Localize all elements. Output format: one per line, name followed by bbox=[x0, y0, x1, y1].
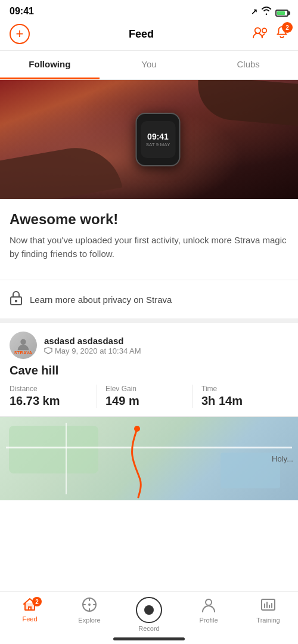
profile-icon bbox=[201, 597, 216, 615]
cta-section: Awesome work! Now that you've uploaded y… bbox=[0, 199, 298, 270]
add-button[interactable]: + bbox=[10, 24, 30, 44]
feed-badge: 2 bbox=[32, 597, 42, 606]
navigation-icon: ↗ bbox=[251, 7, 257, 16]
stat-time: Time 3h 14m bbox=[193, 385, 288, 408]
bottom-nav: 2 Feed Explore Record bbox=[0, 592, 298, 644]
nav-profile-label: Profile bbox=[199, 617, 218, 624]
wifi-icon bbox=[261, 7, 272, 17]
stat-distance-value: 16.73 km bbox=[10, 394, 97, 408]
cta-description: Now that you've uploaded your first acti… bbox=[10, 234, 288, 261]
svg-point-0 bbox=[255, 28, 260, 33]
tab-bar: Following You Clubs bbox=[0, 51, 298, 80]
record-button-icon bbox=[136, 597, 162, 623]
svg-point-7 bbox=[88, 603, 91, 606]
activity-date: May 9, 2020 at 10:34 AM bbox=[44, 346, 288, 355]
nav-record[interactable]: Record bbox=[119, 597, 179, 632]
training-icon bbox=[260, 597, 276, 615]
status-bar: 09:41 ↗ bbox=[0, 0, 298, 20]
header-right: 2 bbox=[253, 26, 288, 42]
svg-point-4 bbox=[20, 339, 26, 344]
tab-following[interactable]: Following bbox=[0, 51, 100, 79]
header-left: + bbox=[10, 24, 30, 44]
activity-user-name: asdasd asdasdasd bbox=[44, 336, 288, 346]
nav-training[interactable]: Training bbox=[238, 597, 298, 632]
svg-rect-3 bbox=[15, 300, 17, 302]
tab-clubs[interactable]: Clubs bbox=[198, 51, 298, 79]
stat-elev-label: Elev Gain bbox=[105, 385, 193, 393]
notifications-button[interactable]: 2 bbox=[275, 26, 288, 42]
svg-point-1 bbox=[262, 29, 266, 33]
route-svg bbox=[0, 417, 298, 500]
stat-time-value: 3h 14m bbox=[201, 394, 288, 408]
battery-icon bbox=[275, 7, 288, 17]
activity-stats: Distance 16.73 km Elev Gain 149 m Time 3… bbox=[0, 385, 298, 417]
activity-card: STRAVA asdasd asdasdasd May 9, 2020 at 1… bbox=[0, 323, 298, 359]
nav-feed-label: Feed bbox=[22, 615, 37, 623]
lock-icon bbox=[10, 290, 23, 309]
cta-title: Awesome work! bbox=[10, 211, 288, 228]
stat-elev: Elev Gain 149 m bbox=[97, 385, 193, 408]
nav-explore[interactable]: Explore bbox=[60, 597, 119, 632]
compass-icon bbox=[82, 597, 97, 615]
svg-rect-9 bbox=[262, 599, 275, 610]
home-indicator bbox=[113, 637, 185, 640]
activity-header: STRAVA asdasd asdasdasd May 9, 2020 at 1… bbox=[10, 332, 288, 359]
activity-title: Cave hill bbox=[0, 364, 298, 377]
svg-point-5 bbox=[134, 426, 140, 432]
activity-meta: asdasd asdasdasd May 9, 2020 at 10:34 AM bbox=[44, 336, 288, 355]
map-preview[interactable]: Holy... bbox=[0, 417, 298, 500]
nav-record-label: Record bbox=[138, 625, 159, 632]
privacy-link[interactable]: Learn more about privacy on Strava bbox=[0, 280, 298, 323]
status-time: 09:41 bbox=[10, 6, 34, 17]
notification-badge: 2 bbox=[282, 22, 293, 33]
stat-elev-value: 149 m bbox=[105, 394, 193, 408]
privacy-text: Learn more about privacy on Strava bbox=[30, 295, 172, 305]
hero-image: 09:41 SAT 9 MAY bbox=[0, 80, 298, 199]
stat-time-label: Time bbox=[201, 385, 288, 393]
avatar[interactable]: STRAVA bbox=[10, 332, 37, 359]
map-location-label: Holy... bbox=[272, 454, 293, 463]
tab-you[interactable]: You bbox=[100, 51, 199, 79]
stat-distance: Distance 16.73 km bbox=[10, 385, 97, 408]
stat-distance-label: Distance bbox=[10, 385, 97, 393]
header-title: Feed bbox=[129, 28, 154, 41]
nav-training-label: Training bbox=[256, 617, 280, 624]
status-icons: ↗ bbox=[251, 7, 288, 17]
nav-explore-label: Explore bbox=[78, 617, 100, 624]
nav-feed[interactable]: 2 Feed bbox=[0, 597, 60, 632]
people-icon[interactable] bbox=[253, 26, 268, 42]
nav-profile[interactable]: Profile bbox=[179, 597, 238, 632]
header: + Feed 2 bbox=[0, 20, 298, 51]
svg-point-8 bbox=[206, 599, 212, 605]
